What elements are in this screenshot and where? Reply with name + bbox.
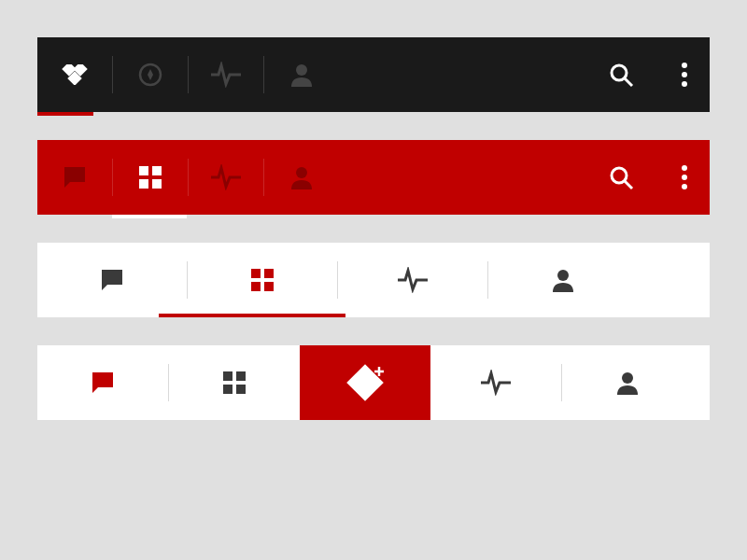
nav-bar-white-action: [37, 345, 710, 420]
pulse-icon: [398, 267, 428, 293]
pulse-icon: [211, 164, 241, 190]
svg-point-5: [296, 64, 307, 76]
search-icon: [608, 62, 634, 88]
nav-bar-white-underline: [37, 243, 710, 317]
svg-rect-26: [223, 371, 233, 381]
svg-point-10: [682, 81, 687, 87]
svg-rect-13: [139, 179, 148, 189]
svg-marker-4: [148, 69, 153, 80]
diamond-add-icon: [344, 361, 387, 404]
person-icon: [289, 63, 314, 87]
svg-point-33: [622, 372, 633, 384]
tab-activity[interactable]: [189, 37, 263, 112]
search-button[interactable]: [584, 37, 658, 112]
svg-rect-28: [223, 385, 233, 394]
svg-rect-23: [251, 282, 261, 291]
svg-point-19: [682, 175, 687, 180]
pulse-icon: [211, 62, 241, 88]
chat-icon: [63, 165, 87, 189]
person-icon: [615, 371, 640, 395]
tab-chat[interactable]: [37, 140, 112, 215]
tab-profile[interactable]: [562, 345, 693, 420]
chat-icon: [100, 268, 124, 292]
svg-point-6: [612, 65, 627, 80]
svg-rect-11: [139, 166, 148, 175]
svg-rect-12: [152, 166, 162, 175]
grid-icon: [223, 371, 246, 394]
svg-point-8: [682, 63, 687, 68]
svg-point-18: [682, 165, 687, 171]
compass-icon: [137, 62, 163, 88]
svg-rect-14: [152, 179, 162, 189]
svg-rect-29: [236, 385, 246, 394]
diamonds-icon: [61, 64, 89, 85]
more-button[interactable]: [658, 140, 710, 215]
nav-bar-red: [37, 140, 710, 215]
more-button[interactable]: [658, 37, 710, 112]
svg-point-15: [296, 167, 307, 178]
tab-grid[interactable]: [113, 140, 188, 215]
more-vert-icon: [681, 164, 688, 190]
svg-rect-21: [251, 269, 261, 278]
svg-rect-27: [236, 371, 246, 381]
more-vert-icon: [681, 62, 688, 88]
tab-profile[interactable]: [264, 140, 339, 215]
svg-rect-22: [264, 269, 274, 278]
svg-line-17: [625, 181, 632, 189]
person-icon: [289, 165, 314, 189]
tab-activity[interactable]: [189, 140, 263, 215]
nav-bar-dark: [37, 37, 710, 112]
tab-grid[interactable]: [169, 345, 300, 420]
grid-icon: [139, 166, 162, 189]
svg-point-16: [612, 168, 627, 183]
grid-icon: [251, 269, 274, 291]
chat-icon: [91, 371, 115, 395]
svg-point-9: [682, 72, 687, 77]
tab-chat[interactable]: [37, 243, 187, 317]
svg-rect-24: [264, 282, 274, 291]
tab-activity[interactable]: [338, 243, 487, 317]
tab-diamonds[interactable]: [37, 37, 112, 112]
tab-add-diamond[interactable]: [300, 345, 430, 420]
tab-grid[interactable]: [188, 243, 337, 317]
svg-point-25: [557, 270, 569, 281]
tab-chat[interactable]: [37, 345, 168, 420]
svg-point-20: [682, 184, 687, 189]
active-indicator: [37, 112, 93, 116]
search-icon: [608, 164, 634, 190]
search-button[interactable]: [584, 140, 658, 215]
person-icon: [551, 268, 575, 292]
tab-profile[interactable]: [488, 243, 638, 317]
pulse-icon: [481, 370, 511, 396]
svg-line-7: [625, 78, 632, 86]
tab-activity[interactable]: [430, 345, 561, 420]
active-indicator: [112, 215, 187, 218]
tab-profile[interactable]: [264, 37, 339, 112]
tab-compass[interactable]: [113, 37, 188, 112]
